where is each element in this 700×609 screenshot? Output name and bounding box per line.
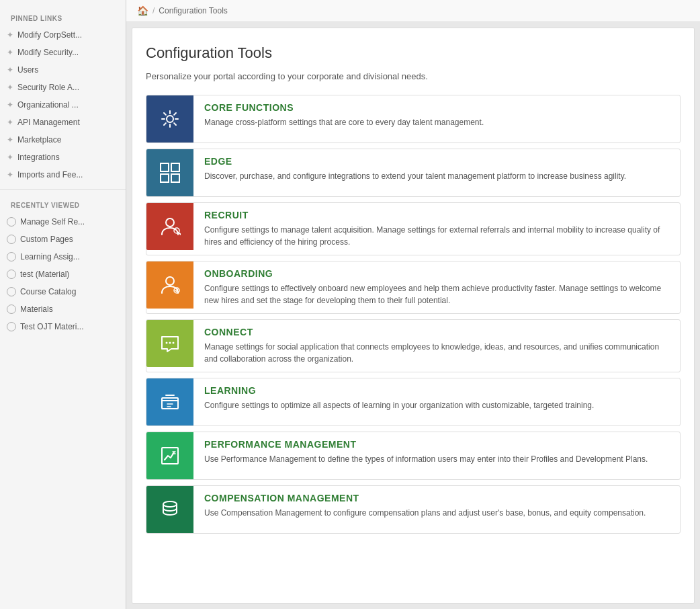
svg-rect-1: [161, 163, 169, 171]
sidebar-item-label: API Management: [17, 118, 80, 127]
edge-body: EDGE Discover, purchase, and configure i…: [193, 149, 680, 189]
card-edge[interactable]: EDGE Discover, purchase, and configure i…: [146, 149, 681, 197]
recruit-desc: Configure settings to manage talent acqu…: [204, 224, 669, 248]
connect-body: CONNECT Manage settings for social appli…: [193, 320, 680, 372]
compensation-title: COMPENSATION MANAGEMENT: [204, 493, 669, 503]
svg-point-10: [166, 342, 168, 344]
learning-desc: Configure settings to optimize all aspec…: [204, 399, 669, 411]
sidebar-item-label: Modify Security...: [17, 48, 79, 57]
card-compensation[interactable]: COMPENSATION MANAGEMENT Use Compensation…: [146, 485, 681, 534]
pin-icon: ✦: [7, 153, 13, 162]
card-onboarding[interactable]: ONBOARDING Configure settings to effecti…: [146, 261, 681, 314]
sidebar-item-label: Security Role A...: [17, 83, 79, 92]
performance-icon: [146, 432, 193, 479]
pinned-links-label: PINNED LINKS: [0, 8, 126, 26]
pin-icon: ✦: [7, 100, 13, 110]
recruit-body: RECRUIT Configure settings to manage tal…: [193, 203, 680, 255]
pin-icon: ✦: [7, 30, 13, 40]
home-icon[interactable]: 🏠: [137, 5, 148, 16]
page-subtitle: Personalize your portal according to you…: [146, 71, 681, 81]
svg-point-12: [173, 342, 175, 344]
sidebar-recent-item[interactable]: Test OJT Materi...: [0, 318, 126, 335]
card-performance[interactable]: PERFORMANCE MANAGEMENT Use Performance M…: [146, 432, 681, 480]
svg-point-11: [169, 342, 171, 344]
pin-icon: ✦: [7, 48, 13, 57]
main-area: 🏠 / Configuration Tools Configuration To…: [126, 0, 700, 609]
breadcrumb-separator: /: [152, 6, 155, 15]
sidebar-item-label: Manage Self Re...: [20, 217, 85, 227]
recruit-icon: [146, 203, 193, 250]
compensation-icon: [146, 486, 193, 533]
svg-line-7: [179, 233, 181, 235]
sidebar-pinned-item[interactable]: ✦Integrations: [0, 149, 126, 166]
sidebar-item-label: test (Material): [20, 270, 69, 279]
core-functions-icon: [146, 95, 193, 143]
sidebar-recent-item[interactable]: Manage Self Re...: [0, 213, 126, 231]
learning-body: LEARNING Configure settings to optimize …: [193, 378, 680, 418]
performance-title: PERFORMANCE MANAGEMENT: [204, 439, 669, 450]
onboarding-desc: Configure settings to effectively onboar…: [204, 282, 669, 307]
sidebar-recent-item[interactable]: test (Material): [0, 266, 126, 283]
svg-rect-4: [171, 174, 179, 182]
svg-rect-2: [171, 163, 179, 171]
recently-viewed-label: RECENTLY VIEWED: [0, 195, 126, 213]
clock-icon: [7, 217, 16, 227]
edge-icon: [146, 149, 193, 196]
pin-icon: ✦: [7, 83, 13, 92]
card-recruit[interactable]: RECRUIT Configure settings to manage tal…: [146, 202, 681, 255]
edge-title: EDGE: [204, 156, 669, 167]
sidebar-pinned-item[interactable]: ✦Users: [0, 61, 126, 79]
sidebar-pinned-item[interactable]: ✦Marketplace: [0, 131, 126, 149]
breadcrumb-current: Configuration Tools: [159, 6, 228, 15]
svg-point-15: [163, 501, 177, 507]
sidebar-item-label: Learning Assig...: [20, 252, 80, 261]
sidebar-divider: [0, 189, 126, 190]
clock-icon: [7, 235, 16, 244]
sidebar-item-label: Materials: [20, 304, 53, 314]
sidebar-item-label: Integrations: [17, 153, 60, 162]
pinned-items-list: ✦Modify CorpSett...✦Modify Security...✦U…: [0, 26, 126, 184]
card-core-functions[interactable]: CORE FUNCTIONS Manage cross-platform set…: [146, 95, 681, 143]
sidebar-item-label: Custom Pages: [20, 235, 73, 244]
sidebar-pinned-item[interactable]: ✦Organizational ...: [0, 96, 126, 114]
sidebar-pinned-item[interactable]: ✦Modify CorpSett...: [0, 26, 126, 44]
learning-title: LEARNING: [204, 385, 669, 396]
performance-body: PERFORMANCE MANAGEMENT Use Performance M…: [193, 432, 680, 472]
sidebar-item-label: Modify CorpSett...: [17, 30, 82, 40]
sidebar-recent-item[interactable]: Learning Assig...: [0, 248, 126, 266]
sidebar-item-label: Organizational ...: [17, 100, 79, 110]
connect-desc: Manage settings for social application t…: [204, 341, 669, 365]
sidebar-pinned-item[interactable]: ✦API Management: [0, 114, 126, 131]
sidebar-pinned-item[interactable]: ✦Modify Security...: [0, 44, 126, 61]
clock-icon: [7, 252, 16, 261]
performance-desc: Use Performance Management to define the…: [204, 453, 669, 465]
recent-items-list: Manage Self Re...Custom PagesLearning As…: [0, 213, 126, 335]
card-learning[interactable]: LEARNING Configure settings to optimize …: [146, 378, 681, 426]
connect-icon: [146, 320, 193, 367]
svg-point-0: [167, 116, 173, 122]
sidebar-pinned-item[interactable]: ✦Imports and Fee...: [0, 166, 126, 184]
sidebar-recent-item[interactable]: Custom Pages: [0, 231, 126, 248]
sidebar-item-label: Course Catalog: [20, 287, 76, 296]
onboarding-title: ONBOARDING: [204, 268, 669, 279]
connect-title: CONNECT: [204, 327, 669, 337]
svg-point-5: [166, 218, 174, 227]
sidebar: PINNED LINKS ✦Modify CorpSett...✦Modify …: [0, 0, 126, 609]
sidebar-item-label: Test OJT Materi...: [20, 322, 83, 331]
core-functions-title: CORE FUNCTIONS: [204, 102, 669, 113]
onboarding-icon: [146, 261, 193, 309]
onboarding-body: ONBOARDING Configure settings to effecti…: [193, 261, 680, 313]
sidebar-item-label: Users: [17, 65, 38, 75]
clock-icon: [7, 270, 16, 279]
card-connect[interactable]: CONNECT Manage settings for social appli…: [146, 319, 681, 372]
breadcrumb: 🏠 / Configuration Tools: [126, 0, 700, 22]
sidebar-recent-item[interactable]: Materials: [0, 300, 126, 318]
sidebar-recent-item[interactable]: Course Catalog: [0, 283, 126, 300]
learning-icon: [146, 378, 193, 425]
sidebar-pinned-item[interactable]: ✦Security Role A...: [0, 79, 126, 96]
sidebar-item-label: Marketplace: [17, 135, 61, 145]
compensation-desc: Use Compensation Management to configure…: [204, 507, 669, 519]
clock-icon: [7, 304, 16, 314]
core-functions-body: CORE FUNCTIONS Manage cross-platform set…: [193, 95, 680, 135]
content-area: Configuration Tools Personalize your por…: [132, 28, 695, 604]
